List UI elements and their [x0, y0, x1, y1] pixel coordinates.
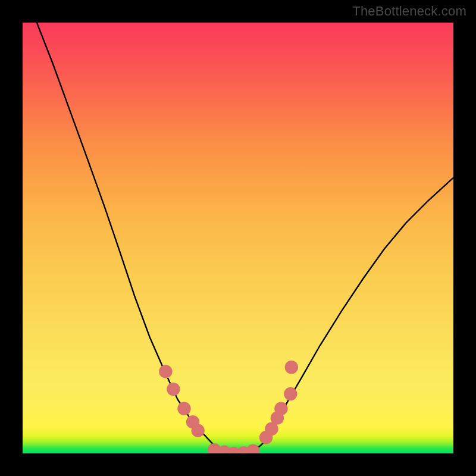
marker-dot [246, 444, 259, 453]
marker-dot [177, 402, 190, 415]
credit-label: TheBottleneck.com [352, 4, 466, 19]
marker-dot [159, 365, 172, 378]
plot-area [23, 23, 453, 453]
marker-dot [167, 383, 180, 396]
marker-dot [191, 424, 204, 437]
chart-svg [23, 23, 453, 453]
marker-dot [284, 387, 297, 400]
marker-dot [285, 361, 298, 374]
marker-dot [274, 402, 287, 415]
chart-frame: TheBottleneck.com [0, 0, 476, 476]
highlighted-points [159, 361, 298, 453]
compatibility-curve [37, 23, 453, 453]
